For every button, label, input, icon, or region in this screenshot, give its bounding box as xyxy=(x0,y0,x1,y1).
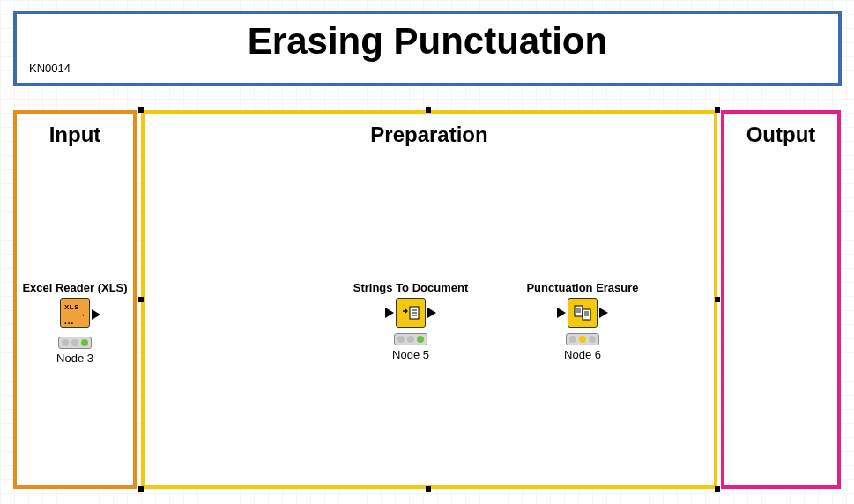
port-out[interactable] xyxy=(92,309,100,320)
light-red xyxy=(569,336,576,343)
node-title: Punctuation Erasure xyxy=(516,281,649,294)
punctuation-erasure-icon xyxy=(568,298,598,328)
node-excel-reader[interactable]: Excel Reader (XLS) XLS → ... Node 3 xyxy=(21,281,129,365)
node-icon-wrap: XLS → ... xyxy=(60,298,90,331)
section-output-title: Output xyxy=(724,122,837,147)
workflow-code: KN0014 xyxy=(29,62,71,75)
light-green xyxy=(589,336,596,343)
port-out[interactable] xyxy=(427,308,436,318)
light-yellow xyxy=(407,336,414,343)
workflow-title-box[interactable]: Erasing Punctuation KN0014 xyxy=(13,11,842,86)
section-output[interactable]: Output xyxy=(721,110,841,489)
light-green xyxy=(81,339,88,346)
section-preparation-title: Preparation xyxy=(145,122,714,147)
selection-handle[interactable] xyxy=(138,486,144,492)
arrow-icon: → xyxy=(77,309,86,320)
selection-handle[interactable] xyxy=(138,107,144,113)
node-icon-wrap xyxy=(568,298,598,328)
node-label: Node 6 xyxy=(516,348,649,361)
selection-handle[interactable] xyxy=(426,107,431,113)
node-strings-to-document[interactable]: Strings To Document Node 5 xyxy=(347,281,474,361)
port-in[interactable] xyxy=(557,308,566,318)
node-icon-wrap xyxy=(396,298,426,328)
selection-handle[interactable] xyxy=(715,486,720,492)
light-red xyxy=(397,336,405,343)
connection-excel-to-strings[interactable] xyxy=(95,315,388,315)
section-input-title: Input xyxy=(17,122,133,147)
light-yellow xyxy=(71,339,78,346)
selection-handle[interactable] xyxy=(426,486,431,492)
status-traffic-light xyxy=(566,333,599,345)
node-label: Node 3 xyxy=(21,352,129,365)
strings-to-document-icon xyxy=(396,298,426,328)
ellipsis-icon: ... xyxy=(64,319,74,324)
selection-handle[interactable] xyxy=(138,297,144,302)
port-in[interactable] xyxy=(385,308,394,318)
port-out[interactable] xyxy=(599,308,608,318)
excel-reader-icon: XLS → ... xyxy=(60,298,90,328)
light-yellow xyxy=(579,336,586,343)
svg-rect-8 xyxy=(583,309,590,320)
light-green xyxy=(417,336,424,343)
document-erase-icon xyxy=(572,302,593,323)
node-title: Strings To Document xyxy=(347,281,474,294)
selection-handle[interactable] xyxy=(715,107,720,113)
light-red xyxy=(62,339,69,346)
node-label: Node 5 xyxy=(347,348,474,361)
svg-rect-4 xyxy=(575,306,583,316)
status-traffic-light xyxy=(394,333,427,345)
document-convert-icon xyxy=(400,302,421,323)
node-punctuation-erasure[interactable]: Punctuation Erasure Node 6 xyxy=(516,281,649,361)
status-traffic-light xyxy=(58,337,92,349)
selection-handle[interactable] xyxy=(715,297,720,302)
node-title: Excel Reader (XLS) xyxy=(21,281,129,294)
workflow-title: Erasing Punctuation xyxy=(17,21,838,62)
